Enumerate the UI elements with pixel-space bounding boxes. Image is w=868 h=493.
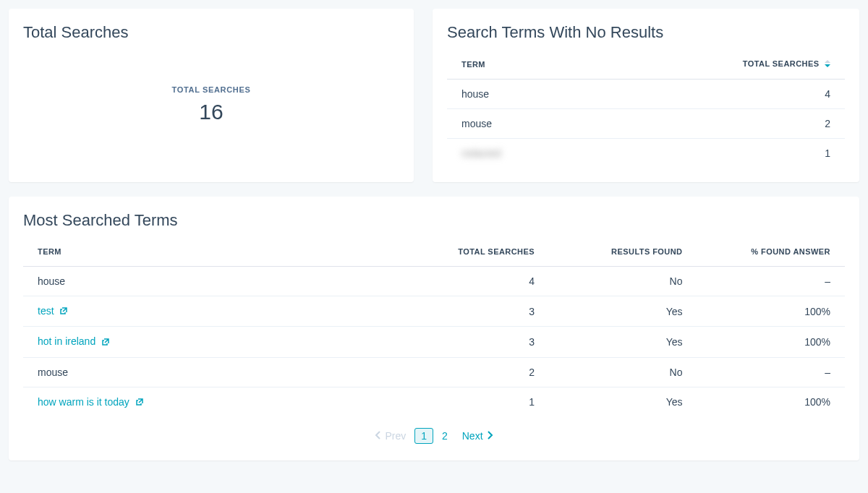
results-cell: No — [549, 267, 697, 296]
next-button[interactable]: Next — [462, 430, 493, 442]
table-row: how warm is it today 1Yes100% — [23, 387, 845, 417]
card-title: Most Searched Terms — [23, 211, 845, 230]
total-cell: 2 — [594, 109, 845, 139]
term-cell: how warm is it today — [23, 387, 401, 417]
pagination: Prev 1 2 Next — [23, 417, 845, 446]
pct-cell: – — [697, 267, 846, 296]
chevron-right-icon — [486, 430, 493, 442]
svg-marker-1 — [825, 64, 830, 67]
total-cell: 4 — [401, 267, 549, 296]
no-results-card: Search Terms With No Results TERM TOTAL … — [433, 9, 859, 182]
pct-cell: 100% — [697, 327, 846, 357]
term-cell: redacted — [447, 139, 594, 168]
term-text: mouse — [38, 366, 68, 378]
kpi-label: TOTAL SEARCHES — [23, 85, 399, 94]
card-title: Search Terms With No Results — [447, 23, 845, 42]
col-total-searches[interactable]: TOTAL SEARCHES — [594, 49, 845, 80]
page-number[interactable]: 1 — [414, 428, 433, 444]
total-cell: 1 — [594, 139, 845, 168]
table-row: mouse2 — [447, 109, 845, 139]
kpi-wrap: TOTAL SEARCHES 16 — [23, 49, 399, 168]
pct-cell: 100% — [697, 387, 846, 417]
term-cell: house — [23, 267, 401, 296]
results-cell: Yes — [549, 327, 697, 357]
term-link[interactable]: test — [38, 305, 68, 317]
table-row: hot in ireland 3Yes100% — [23, 327, 845, 357]
total-cell: 4 — [594, 80, 845, 109]
col-total[interactable]: TOTAL SEARCHES — [401, 237, 549, 267]
table-row: mouse2No– — [23, 357, 845, 387]
total-searches-card: Total Searches TOTAL SEARCHES 16 — [9, 9, 414, 182]
external-link-icon — [135, 397, 144, 408]
no-results-table: TERM TOTAL SEARCHES house4mouse2redacted… — [447, 49, 845, 168]
pct-cell: 100% — [697, 296, 846, 327]
most-searched-card: Most Searched Terms TERM TOTAL SEARCHES … — [9, 197, 859, 460]
results-cell: Yes — [549, 296, 697, 327]
col-results[interactable]: RESULTS FOUND — [549, 237, 697, 267]
prev-label: Prev — [385, 430, 406, 442]
term-text: house — [38, 275, 65, 287]
term-cell: hot in ireland — [23, 327, 401, 357]
term-cell: house — [447, 80, 594, 109]
results-cell: Yes — [549, 387, 697, 417]
table-row: house4 — [447, 80, 845, 109]
pct-cell: – — [697, 357, 846, 387]
total-cell: 3 — [401, 327, 549, 357]
card-title: Total Searches — [23, 23, 399, 42]
term-link[interactable]: hot in ireland — [38, 335, 110, 347]
total-cell: 1 — [401, 387, 549, 417]
table-row: test 3Yes100% — [23, 296, 845, 327]
page-number[interactable]: 2 — [436, 429, 454, 443]
results-cell: No — [549, 357, 697, 387]
col-total-label: TOTAL SEARCHES — [743, 59, 820, 68]
chevron-left-icon — [375, 430, 382, 442]
term-link[interactable]: how warm is it today — [38, 396, 144, 408]
most-searched-table: TERM TOTAL SEARCHES RESULTS FOUND % FOUN… — [23, 237, 845, 417]
col-pct[interactable]: % FOUND ANSWER — [697, 237, 846, 267]
col-term[interactable]: TERM — [447, 49, 594, 80]
table-row: redacted1 — [447, 139, 845, 168]
table-row: house4No– — [23, 267, 845, 296]
term-cell: test — [23, 296, 401, 327]
term-cell: mouse — [23, 357, 401, 387]
svg-marker-0 — [825, 60, 830, 63]
next-label: Next — [462, 430, 483, 442]
term-cell: mouse — [447, 109, 594, 139]
kpi-value: 16 — [23, 100, 399, 124]
total-cell: 3 — [401, 296, 549, 327]
total-cell: 2 — [401, 357, 549, 387]
external-link-icon — [59, 306, 68, 317]
external-link-icon — [101, 337, 110, 348]
col-term[interactable]: TERM — [23, 237, 401, 267]
sort-icon — [825, 60, 830, 69]
prev-button[interactable]: Prev — [375, 430, 406, 442]
